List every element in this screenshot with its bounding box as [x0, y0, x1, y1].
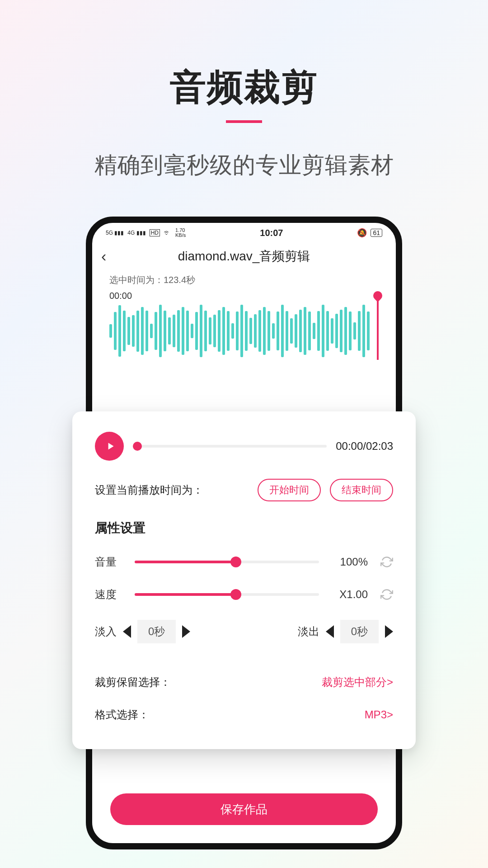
start-time-button[interactable]: 开始时间: [258, 479, 321, 501]
clock: 10:07: [260, 228, 283, 238]
wifi-icon: ᯤ: [164, 228, 172, 238]
volume-label: 音量: [95, 555, 122, 569]
speed-thumb[interactable]: [230, 589, 241, 600]
signal-4g-icon: 4G ▮▮▮: [127, 230, 145, 236]
progress-thumb[interactable]: [133, 442, 142, 451]
fade-out-label: 淡出: [298, 624, 319, 639]
hero-underline: [226, 120, 262, 123]
fade-out-value: 0秒: [340, 620, 379, 643]
hd-icon: HD: [150, 229, 160, 236]
waveform-start-time: 00:00: [92, 291, 396, 304]
format-label: 格式选择：: [95, 708, 149, 722]
back-icon[interactable]: ‹: [101, 247, 119, 265]
battery-icon: 61: [371, 229, 382, 237]
volume-reset-icon[interactable]: [380, 556, 393, 568]
end-time-button[interactable]: 结束时间: [330, 479, 393, 501]
set-current-time-label: 设置当前播放时间为：: [95, 483, 203, 497]
speed-reset-icon[interactable]: [380, 588, 393, 601]
fade-in-increase-button[interactable]: [182, 625, 190, 638]
fade-in-value: 0秒: [137, 620, 176, 643]
hero-subtitle: 精确到毫秒级的专业剪辑素材: [94, 150, 394, 180]
selection-duration: 选中时间为：123.4秒: [92, 274, 396, 291]
controls-card: 00:00/02:03 设置当前播放时间为： 开始时间 结束时间 属性设置 音量…: [72, 411, 416, 749]
crop-keep-value: 裁剪选中部分>: [322, 675, 393, 689]
crop-keep-label: 裁剪保留选择：: [95, 675, 171, 689]
status-bar: 5G ▮▮▮ 4G ▮▮▮ HD ᯤ 1.70KB/s 10:07 🔕 61: [92, 223, 396, 243]
fade-in-label: 淡入: [95, 624, 117, 639]
volume-thumb[interactable]: [230, 557, 241, 567]
page-title: diamond.wav_音频剪辑: [119, 248, 387, 265]
volume-value: 100%: [332, 556, 368, 568]
speed-value: X1.00: [332, 588, 368, 601]
attributes-title: 属性设置: [95, 519, 393, 537]
save-button[interactable]: 保存作品: [110, 793, 378, 825]
hero-title: 音频裁剪: [170, 63, 318, 112]
volume-slider[interactable]: [135, 561, 319, 563]
speed-label: 速度: [95, 587, 122, 602]
mute-icon: 🔕: [357, 228, 367, 238]
signal-5g-icon: 5G ▮▮▮: [106, 230, 124, 236]
format-value: MP3>: [365, 708, 393, 721]
waveform[interactable]: [109, 304, 379, 358]
fade-in-decrease-button[interactable]: [123, 625, 131, 638]
fade-out-increase-button[interactable]: [385, 625, 393, 638]
format-option[interactable]: 格式选择： MP3>: [95, 698, 393, 731]
app-header: ‹ diamond.wav_音频剪辑: [92, 243, 396, 274]
play-icon: [104, 440, 116, 452]
play-button[interactable]: [95, 432, 124, 461]
crop-keep-option[interactable]: 裁剪保留选择： 裁剪选中部分>: [95, 666, 393, 698]
playback-progress[interactable]: [133, 445, 327, 448]
fade-out-decrease-button[interactable]: [326, 625, 334, 638]
speed-slider[interactable]: [135, 593, 319, 596]
time-display: 00:00/02:03: [336, 440, 393, 453]
net-speed: 1.70KB/s: [175, 228, 186, 238]
